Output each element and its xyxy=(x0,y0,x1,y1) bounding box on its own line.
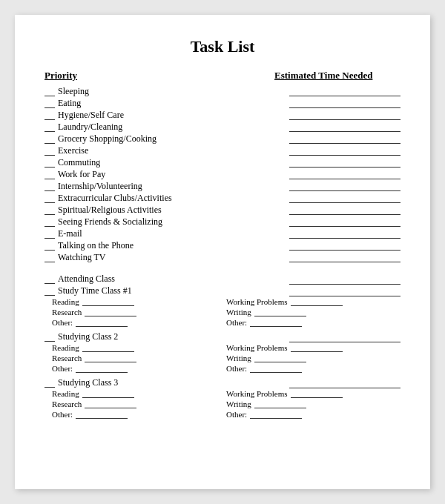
attending-label: Attending Class xyxy=(44,273,115,285)
time-input[interactable] xyxy=(289,107,400,108)
time-input[interactable] xyxy=(289,96,400,96)
sub-item-row-right: Working Problems xyxy=(226,343,400,352)
study-right-col: Working Problems Writing Other: xyxy=(226,389,400,420)
sub-blank-left[interactable] xyxy=(76,326,128,327)
sub-blank-right[interactable] xyxy=(291,397,343,398)
priority-blank[interactable] xyxy=(44,226,55,227)
time-input[interactable] xyxy=(289,250,400,251)
time-input[interactable] xyxy=(289,155,400,156)
sub-blank-left[interactable] xyxy=(76,372,128,373)
task-row: Laundry/Cleaning xyxy=(44,122,400,133)
priority-blank[interactable] xyxy=(44,341,55,342)
sub-label-left: Other: xyxy=(52,318,73,327)
study-class-label: Studying Class 3 xyxy=(44,377,118,388)
sub-label-left: Research xyxy=(52,354,82,362)
sub-blank-left[interactable] xyxy=(82,305,134,306)
priority-blank[interactable] xyxy=(44,283,55,284)
study-class-time-blank[interactable] xyxy=(289,296,400,296)
task-row: E-mail xyxy=(44,228,400,239)
sub-blank-left[interactable] xyxy=(82,351,134,352)
task-label: Exercise xyxy=(44,145,215,156)
time-input[interactable] xyxy=(289,214,400,215)
time-input[interactable] xyxy=(289,119,400,120)
sub-blank-right[interactable] xyxy=(254,362,306,362)
sub-blank-left[interactable] xyxy=(76,418,128,419)
sub-blank-left[interactable] xyxy=(82,397,134,398)
sub-blank-right[interactable] xyxy=(250,326,302,327)
study-class-row: Studying Class 2 xyxy=(44,331,400,342)
task-label: Seeing Friends & Socializing xyxy=(44,216,215,228)
study-class-label: Study Time Class #1 xyxy=(44,285,132,296)
time-input[interactable] xyxy=(289,190,400,191)
time-input[interactable] xyxy=(289,167,400,168)
task-label: Laundry/Cleaning xyxy=(44,122,215,133)
time-input[interactable] xyxy=(289,262,400,262)
priority-blank[interactable] xyxy=(44,179,55,179)
task-name: Sleeping xyxy=(58,86,89,97)
task-row: Commuting xyxy=(44,157,400,168)
task-row: Extracurricular Clubs/Activities xyxy=(44,193,400,204)
priority-blank[interactable] xyxy=(44,155,55,156)
task-row: Work for Pay xyxy=(44,169,400,180)
sub-blank-left[interactable] xyxy=(85,316,136,316)
priority-blank[interactable] xyxy=(44,214,55,215)
sub-label-right: Working Problems xyxy=(226,297,288,306)
study-class-time-blank[interactable] xyxy=(289,388,400,388)
study-left-col: Reading Research Other: xyxy=(52,297,226,328)
task-row: Watching TV xyxy=(44,252,400,263)
task-name: Internship/Volunteering xyxy=(58,181,142,192)
sub-blank-right[interactable] xyxy=(291,305,343,306)
task-label: Eating xyxy=(44,98,215,109)
task-name: Commuting xyxy=(58,157,100,168)
task-name: Extracurricular Clubs/Activities xyxy=(58,193,172,204)
priority-blank[interactable] xyxy=(44,107,55,108)
priority-blank[interactable] xyxy=(44,238,55,239)
task-name: Exercise xyxy=(58,145,88,156)
sub-blank-right[interactable] xyxy=(254,316,306,316)
priority-blank[interactable] xyxy=(44,96,55,96)
sub-blank-right[interactable] xyxy=(291,351,343,352)
study-class-row: Studying Class 3 xyxy=(44,377,400,388)
sub-item-row: Other: xyxy=(52,364,226,373)
time-input[interactable] xyxy=(289,202,400,203)
study-sub-grid: Reading Research Other: Working Problems… xyxy=(52,343,400,374)
priority-blank[interactable] xyxy=(44,250,55,251)
sub-item-row: Research xyxy=(52,308,226,316)
study-section: Attending Class Study Time Class #1 Read… xyxy=(44,273,400,420)
sub-blank-left[interactable] xyxy=(85,408,136,408)
sub-item-row: Other: xyxy=(52,318,226,327)
priority-blank[interactable] xyxy=(44,143,55,144)
task-row: Spiritual/Religious Activities xyxy=(44,205,400,216)
priority-blank[interactable] xyxy=(44,119,55,120)
priority-blank[interactable] xyxy=(44,167,55,168)
attending-class-row: Attending Class xyxy=(44,273,400,285)
sub-item-row: Reading xyxy=(52,343,226,352)
task-row: Seeing Friends & Socializing xyxy=(44,216,400,228)
sub-label-right: Writing xyxy=(226,308,251,316)
priority-blank[interactable] xyxy=(44,202,55,203)
time-input[interactable] xyxy=(289,143,400,144)
sub-item-row: Other: xyxy=(52,410,226,419)
priority-blank[interactable] xyxy=(44,387,55,388)
priority-blank[interactable] xyxy=(44,295,55,296)
task-row: Hygiene/Self Care xyxy=(44,110,400,121)
task-name: Grocery Shopping/Cooking xyxy=(58,133,156,145)
priority-blank[interactable] xyxy=(44,131,55,132)
sub-blank-right[interactable] xyxy=(254,408,306,408)
time-input[interactable] xyxy=(289,131,400,132)
sub-label-right: Working Problems xyxy=(226,343,288,352)
task-label: Internship/Volunteering xyxy=(44,181,215,192)
priority-blank[interactable] xyxy=(44,262,55,262)
sub-blank-right[interactable] xyxy=(250,372,302,373)
priority-blank[interactable] xyxy=(44,190,55,191)
task-label: Talking on the Phone xyxy=(44,240,215,251)
task-row: Exercise xyxy=(44,145,400,156)
sub-blank-right[interactable] xyxy=(250,418,302,419)
study-class-time-blank[interactable] xyxy=(289,342,400,342)
time-input[interactable] xyxy=(289,226,400,227)
attending-time-blank[interactable] xyxy=(289,284,400,285)
sub-blank-left[interactable] xyxy=(85,362,136,362)
time-input[interactable] xyxy=(289,179,400,179)
task-label: Work for Pay xyxy=(44,169,215,180)
time-input[interactable] xyxy=(289,238,400,239)
